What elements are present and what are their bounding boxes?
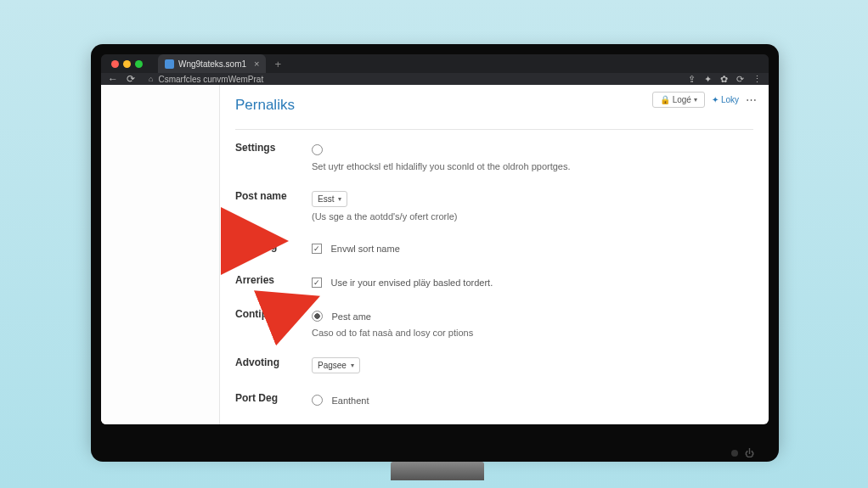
chevron-down-icon: ▾ bbox=[351, 362, 354, 369]
contiplus-label: Contiplus bbox=[235, 308, 312, 338]
settings-radio[interactable] bbox=[312, 144, 323, 155]
settings-help-text: Set uytr ethocksl etl hidalifly you scon… bbox=[312, 161, 753, 171]
top-link-label: Loky bbox=[721, 95, 739, 104]
durdling-label: Durdling bbox=[235, 240, 312, 255]
tab-title: Wng9tateks.som1 bbox=[178, 59, 246, 69]
browser-tab-bar: Wng9tateks.som1 × + bbox=[101, 54, 769, 73]
arreries-checkbox[interactable]: ✓ bbox=[312, 278, 322, 288]
setting-row-pard: Port Deg Eanthent bbox=[235, 392, 753, 407]
extension-icon[interactable]: ✦ bbox=[704, 74, 712, 85]
pard-label: Port Deg bbox=[235, 392, 312, 407]
refresh-icon[interactable]: ⟳ bbox=[736, 74, 744, 85]
toolbar-right: ⇪ ✦ ✿ ⟳ ⋮ bbox=[688, 74, 762, 85]
chevron-down-icon: ▾ bbox=[694, 96, 697, 104]
lock-icon: ⌂ bbox=[149, 75, 153, 83]
top-actions: 🔒 Logé ▾ ✦ Loky ⋯ bbox=[652, 92, 757, 108]
arreries-option: Use ir your envised pläy basled tordert. bbox=[330, 278, 493, 288]
browser-tab[interactable]: Wng9tateks.som1 × bbox=[158, 54, 266, 73]
power-indicator-icon bbox=[731, 450, 738, 457]
tab-favicon-icon bbox=[165, 59, 174, 69]
post-name-help-text: (Us sge a the aotdd's/y ofert crorle) bbox=[312, 211, 753, 222]
advoting-select[interactable]: Pagsee ▾ bbox=[312, 357, 360, 373]
new-tab-button[interactable]: + bbox=[274, 58, 281, 70]
post-name-select-value: Esst bbox=[318, 194, 334, 204]
lock-small-icon: 🔒 bbox=[660, 95, 670, 104]
close-window-icon[interactable] bbox=[111, 60, 119, 68]
advoting-label: Advoting bbox=[235, 356, 312, 373]
link-small-icon: ✦ bbox=[712, 95, 719, 104]
chevron-down-icon: ▾ bbox=[338, 195, 341, 203]
divider bbox=[235, 129, 753, 130]
left-sidebar bbox=[101, 85, 220, 424]
arreries-label: Arreries bbox=[235, 274, 312, 289]
contiplus-radio[interactable] bbox=[312, 311, 323, 322]
address-bar[interactable]: ⌂ Csmarfcles cunvmWemPrat bbox=[144, 75, 679, 84]
minimize-window-icon[interactable] bbox=[123, 60, 131, 68]
top-action-link[interactable]: ✦ Loky bbox=[712, 95, 739, 104]
settings-gear-icon[interactable]: ✿ bbox=[720, 74, 728, 85]
setting-row-arreries: Arreries ✓ Use ir your envised pläy basl… bbox=[235, 274, 753, 289]
url-text: Csmarfcles cunvmWemPrat bbox=[158, 75, 263, 84]
advoting-select-value: Pagsee bbox=[318, 361, 347, 370]
monitor-frame: Wng9tateks.som1 × + ← ⟳ ⌂ Csmarfcles cun… bbox=[91, 44, 779, 452]
contiplus-help-text: Caso od to fat nasà and losy cor ptions bbox=[312, 328, 753, 338]
monitor-bezel-bottom: ⏻ bbox=[91, 438, 779, 462]
durdling-option: Envwl sort name bbox=[330, 244, 399, 254]
maximize-window-icon[interactable] bbox=[135, 60, 143, 68]
durdling-checkbox[interactable]: ✓ bbox=[312, 244, 322, 254]
more-options-icon[interactable]: ⋯ bbox=[746, 93, 757, 106]
page-content: 🔒 Logé ▾ ✦ Loky ⋯ Pernaliks Settings bbox=[101, 85, 769, 424]
monitor-stand bbox=[391, 462, 484, 480]
pard-radio[interactable] bbox=[312, 395, 323, 406]
share-icon[interactable]: ⇪ bbox=[688, 74, 696, 85]
power-button-icon: ⏻ bbox=[745, 448, 755, 458]
setting-row-post-name: Post name Esst ▾ (Us sge a the aotdd's/y… bbox=[235, 190, 753, 222]
post-name-label: Post name bbox=[235, 190, 312, 222]
contiplus-option: Pest ame bbox=[331, 311, 370, 322]
browser-window: Wng9tateks.som1 × + ← ⟳ ⌂ Csmarfcles cun… bbox=[101, 54, 769, 424]
menu-icon[interactable]: ⋮ bbox=[752, 74, 762, 85]
setting-row-durdling: Durdling ✓ Envwl sort name bbox=[235, 240, 753, 255]
top-button-label: Logé bbox=[673, 95, 691, 104]
post-name-select[interactable]: Esst ▾ bbox=[312, 191, 347, 207]
reload-button[interactable]: ⟳ bbox=[127, 73, 135, 85]
setting-row-advoting: Advoting Pagsee ▾ bbox=[235, 356, 753, 373]
back-button[interactable]: ← bbox=[108, 73, 118, 85]
tab-close-icon[interactable]: × bbox=[254, 59, 259, 69]
setting-row-contiplus: Contiplus Pest ame Caso od to fat nasà a… bbox=[235, 308, 753, 338]
settings-label: Settings bbox=[235, 142, 312, 171]
main-area: 🔒 Logé ▾ ✦ Loky ⋯ Pernaliks Settings bbox=[220, 85, 769, 424]
browser-toolbar: ← ⟳ ⌂ Csmarfcles cunvmWemPrat ⇪ ✦ ✿ ⟳ ⋮ bbox=[101, 73, 769, 85]
pard-option: Eanthent bbox=[331, 395, 369, 406]
top-action-button[interactable]: 🔒 Logé ▾ bbox=[652, 92, 705, 108]
setting-row-settings: Settings Set uytr ethocksl etl hidalifly… bbox=[235, 142, 753, 171]
window-controls bbox=[106, 60, 148, 68]
